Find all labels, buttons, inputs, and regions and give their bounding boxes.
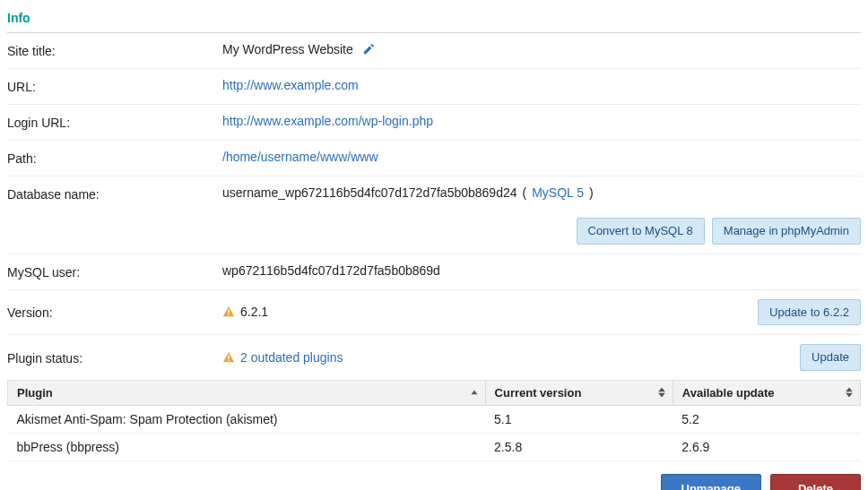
paren-open: ( (523, 185, 527, 200)
convert-mysql-button[interactable]: Convert to MySQL 8 (577, 218, 705, 245)
link-login-url[interactable]: http://www.example.com/wp-login.php (222, 114, 433, 128)
table-row: bbPress (bbpress) 2.5.8 2.6.9 (8, 433, 861, 460)
value-database-name: username_wp672116b5d4fc07d172d7fa5b0b869… (222, 185, 517, 200)
row-plugin-status: Plugin status: 2 outdated plugins Update (7, 335, 861, 380)
unmanage-button[interactable]: Unmanage (661, 474, 761, 490)
footer-actions: Unmanage Delete (7, 461, 861, 490)
row-database-name: Database name: username_wp672116b5d4fc07… (7, 176, 861, 212)
link-plugin-status[interactable]: 2 outdated plugins (240, 350, 343, 365)
update-version-button[interactable]: Update to 6.2.2 (758, 299, 861, 326)
warning-icon (222, 351, 235, 364)
paren-close: ) (589, 185, 594, 200)
manage-phpmyadmin-button[interactable]: Manage in phpMyAdmin (712, 218, 861, 245)
update-plugins-button[interactable]: Update (800, 344, 861, 371)
sort-both-icon (846, 388, 853, 398)
label-site-title: Site title: (7, 42, 222, 58)
col-current[interactable]: Current version (485, 380, 673, 405)
cell-plugin: Akismet Anti-Spam: Spam Protection (akis… (8, 405, 486, 433)
svg-rect-3 (228, 360, 229, 361)
row-mysql-user: MySQL user: wp672116b5d4fc07d172d7fa5b0b… (7, 254, 861, 290)
col-current-label: Current version (495, 386, 582, 400)
row-url: URL: http://www.example.com (7, 69, 861, 105)
label-login-url: Login URL: (7, 114, 222, 130)
label-version: Version: (7, 304, 222, 320)
cell-current: 5.1 (485, 405, 673, 433)
link-database-engine[interactable]: MySQL 5 (532, 185, 584, 200)
col-plugin-label: Plugin (17, 386, 53, 400)
plugins-table: Plugin Current version Available update (7, 380, 861, 461)
col-available[interactable]: Available update (673, 380, 860, 405)
row-path: Path: /home/username/www/www (7, 141, 861, 176)
row-login-url: Login URL: http://www.example.com/wp-log… (7, 105, 861, 141)
sort-both-icon (658, 388, 665, 398)
value-site-title: My WordPress Website (222, 42, 353, 56)
svg-rect-2 (228, 355, 229, 358)
label-mysql-user: MySQL user: (7, 263, 222, 279)
cell-available: 2.6.9 (673, 433, 860, 460)
col-plugin[interactable]: Plugin (8, 380, 486, 405)
table-row: Akismet Anti-Spam: Spam Protection (akis… (8, 405, 861, 433)
database-actions: Convert to MySQL 8 Manage in phpMyAdmin (7, 212, 861, 254)
label-database-name: Database name: (7, 185, 222, 202)
row-site-title: Site title: My WordPress Website (7, 33, 861, 69)
cell-current: 2.5.8 (485, 433, 673, 460)
svg-rect-0 (228, 310, 229, 314)
sort-asc-icon (471, 391, 478, 395)
svg-rect-1 (228, 314, 229, 315)
cell-plugin: bbPress (bbpress) (8, 433, 486, 460)
delete-button[interactable]: Delete (770, 474, 861, 490)
link-path[interactable]: /home/username/www/www (222, 150, 378, 164)
col-available-label: Available update (682, 386, 775, 400)
cell-available: 5.2 (673, 405, 860, 433)
row-version: Version: 6.2.1 Update to 6.2.2 (7, 290, 861, 336)
warning-icon (222, 305, 235, 318)
value-version: 6.2.1 (240, 305, 268, 319)
link-url[interactable]: http://www.example.com (222, 78, 359, 92)
label-url: URL: (7, 78, 222, 94)
label-plugin-status: Plugin status: (7, 349, 222, 365)
section-title: Info (7, 7, 861, 33)
label-path: Path: (7, 150, 222, 166)
edit-site-title-icon[interactable] (362, 43, 375, 56)
value-mysql-user: wp672116b5d4fc07d172d7fa5b0b869d (222, 263, 440, 278)
